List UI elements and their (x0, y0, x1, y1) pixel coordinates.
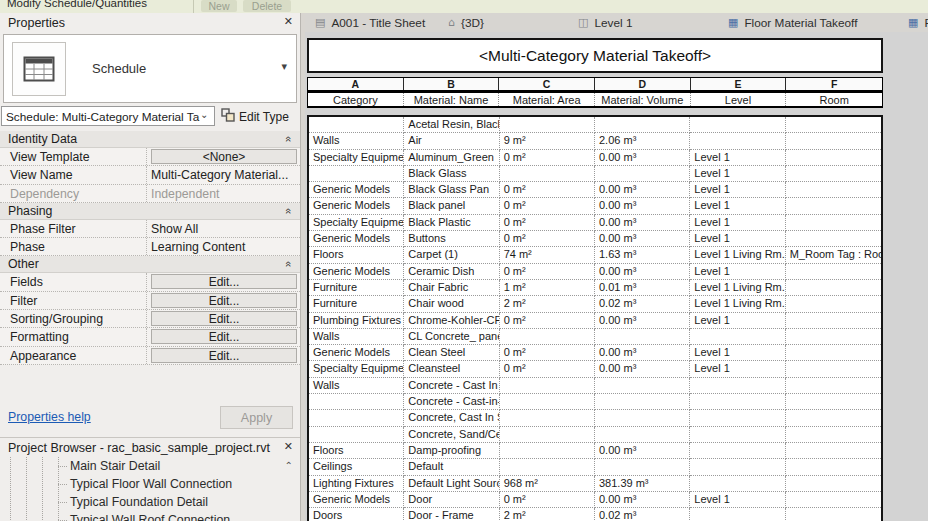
schedule-cell[interactable]: 1.63 m³ (595, 247, 690, 263)
schedule-cell[interactable]: Level 1 Living Rm. (690, 296, 785, 312)
column-letter[interactable]: B (404, 78, 500, 90)
view-tab-floor-material-takeoff[interactable]: ▦Floor Material Takeoff (718, 13, 898, 32)
schedule-cell[interactable]: 0.02 m³ (595, 296, 690, 312)
schedule-cell[interactable] (786, 329, 881, 345)
schedule-cell[interactable]: 74 m² (500, 247, 595, 263)
schedule-cell[interactable]: Level 1 (690, 313, 785, 329)
schedule-cell[interactable] (595, 166, 690, 182)
schedule-cell[interactable]: M_Room Tag : Roo (786, 247, 881, 263)
schedule-cell[interactable] (690, 443, 785, 459)
tree-item[interactable]: Main Stair Detail (0, 457, 300, 475)
schedule-cell[interactable] (595, 394, 690, 410)
schedule-cell[interactable] (786, 427, 881, 443)
schedule-cell[interactable] (786, 345, 881, 361)
view-tab--3d-[interactable]: ⌂{3D} (438, 13, 568, 32)
schedule-cell[interactable] (690, 394, 785, 410)
schedule-cell[interactable]: Aluminum_Green (404, 150, 499, 166)
schedule-cell[interactable]: Chrome-Kohler-CP- (404, 313, 499, 329)
schedule-cell[interactable]: Default Light Sourc (404, 476, 499, 492)
schedule-cell[interactable] (500, 410, 595, 426)
schedule-cell[interactable] (309, 427, 404, 443)
schedule-cell[interactable] (309, 117, 404, 133)
schedule-cell[interactable]: Specialty Equipme (309, 361, 404, 377)
column-header[interactable]: Room (786, 93, 882, 106)
schedule-cell[interactable]: Level 1 (690, 361, 785, 377)
column-letter[interactable]: F (786, 78, 882, 90)
schedule-cell[interactable]: Ceilings (309, 459, 404, 475)
view-tab-a001-title-sheet[interactable]: ▤A001 - Title Sheet (305, 13, 438, 32)
schedule-cell[interactable] (786, 394, 881, 410)
schedule-cell[interactable] (786, 117, 881, 133)
property-value[interactable]: Multi-Category Material... (146, 166, 300, 183)
schedule-cell[interactable] (690, 508, 785, 521)
schedule-cell[interactable] (690, 459, 785, 475)
schedule-cell[interactable] (595, 427, 690, 443)
schedule-cell[interactable]: Cleansteel (404, 361, 499, 377)
property-value[interactable]: Edit... (146, 347, 300, 364)
schedule-cell[interactable]: Walls (309, 133, 404, 149)
schedule-cell[interactable]: 381.39 m³ (595, 476, 690, 492)
schedule-cell[interactable]: Level 1 (690, 198, 785, 214)
tree-item[interactable]: Typical Foundation Detail (0, 493, 300, 511)
schedule-cell[interactable]: Generic Models (309, 264, 404, 280)
schedule-cell[interactable]: Concrete - Cast In (404, 378, 499, 394)
schedule-cell[interactable] (690, 427, 785, 443)
schedule-cell[interactable]: Level 1 (690, 231, 785, 247)
schedule-cell[interactable]: 0.01 m³ (595, 280, 690, 296)
schedule-cell[interactable]: Level 1 Living Rm. (690, 247, 785, 263)
close-icon[interactable]: ✕ (284, 440, 293, 453)
schedule-cell[interactable]: 0 m² (500, 492, 595, 508)
schedule-cell[interactable]: Chair Fabric (404, 280, 499, 296)
schedule-cell[interactable]: Chair wood (404, 296, 499, 312)
schedule-cell[interactable]: 0.00 m³ (595, 215, 690, 231)
schedule-cell[interactable]: 0.00 m³ (595, 150, 690, 166)
schedule-cell[interactable]: 2.06 m³ (595, 133, 690, 149)
schedule-cell[interactable] (690, 329, 785, 345)
view-tab-level-1[interactable]: ◫Level 1 (568, 13, 718, 32)
schedule-cell[interactable]: Black panel (404, 198, 499, 214)
schedule-cell[interactable]: Floors (309, 443, 404, 459)
schedule-cell[interactable] (786, 476, 881, 492)
schedule-cell[interactable] (595, 117, 690, 133)
schedule-cell[interactable] (786, 443, 881, 459)
schedule-cell[interactable]: 0 m² (500, 198, 595, 214)
schedule-cell[interactable]: CL Concrete_ pane (404, 329, 499, 345)
schedule-cell[interactable] (786, 166, 881, 182)
schedule-cell[interactable] (690, 378, 785, 394)
schedule-cell[interactable] (786, 264, 881, 280)
schedule-cell[interactable]: 0.00 m³ (595, 443, 690, 459)
property-value[interactable]: Show All (146, 220, 300, 237)
schedule-cell[interactable]: Clean Steel (404, 345, 499, 361)
column-header[interactable]: Material: Name (404, 93, 500, 106)
schedule-cell[interactable] (500, 443, 595, 459)
schedule-cell[interactable]: Furniture (309, 296, 404, 312)
schedule-cell[interactable]: Damp-proofing (404, 443, 499, 459)
schedule-cell[interactable] (786, 231, 881, 247)
schedule-cell[interactable] (309, 394, 404, 410)
schedule-cell[interactable] (786, 508, 881, 521)
tree-item[interactable]: Typical Floor Wall Connection (0, 475, 300, 493)
schedule-cell[interactable]: 0 m² (500, 361, 595, 377)
schedule-cell[interactable]: 0.00 m³ (595, 198, 690, 214)
schedule-cell[interactable]: Level 1 (690, 182, 785, 198)
schedule-cell[interactable]: 0 m² (500, 182, 595, 198)
schedule-cell[interactable] (500, 427, 595, 443)
column-header[interactable]: Material: Area (499, 93, 595, 106)
schedule-cell[interactable]: 0.00 m³ (595, 264, 690, 280)
schedule-cell[interactable]: Level 1 (690, 215, 785, 231)
schedule-cell[interactable]: Air (404, 133, 499, 149)
column-letter[interactable]: A (308, 78, 404, 90)
schedule-cell[interactable] (500, 459, 595, 475)
schedule-cell[interactable] (786, 280, 881, 296)
schedule-cell[interactable]: Generic Models (309, 182, 404, 198)
schedule-cell[interactable]: Specialty Equipme (309, 215, 404, 231)
ribbon-contextual-tab[interactable]: Modify Schedule/Quantities (7, 0, 147, 9)
schedule-cell[interactable]: Generic Models (309, 231, 404, 247)
property-value[interactable]: Edit... (146, 328, 300, 345)
schedule-cell[interactable]: Door - Frame (404, 508, 499, 521)
schedule-cell[interactable]: Level 1 Living Rm. (690, 280, 785, 296)
tree-item[interactable]: Typical Wall Roof Connection (0, 511, 300, 521)
schedule-cell[interactable]: 2 m² (500, 508, 595, 521)
schedule-cell[interactable]: Generic Models (309, 492, 404, 508)
property-edit-button[interactable]: <None> (151, 149, 297, 164)
